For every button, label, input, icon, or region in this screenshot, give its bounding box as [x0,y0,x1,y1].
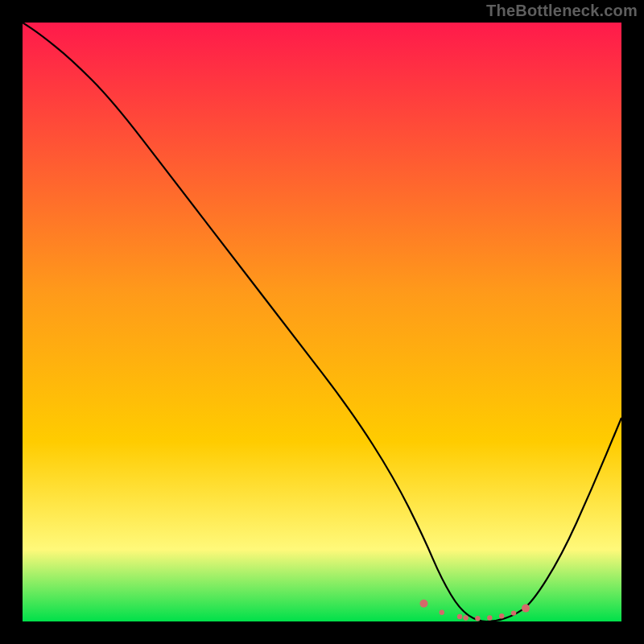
plot-background [23,23,621,621]
optimal-dot [499,613,504,618]
optimal-dot [457,614,462,619]
optimal-dot [463,615,468,620]
watermark-text: TheBottleneck.com [486,2,638,20]
optimal-dot [487,615,492,620]
chart-stage: TheBottleneck.com [0,0,644,644]
optimal-dot [511,610,516,615]
optimal-dot [522,605,530,613]
optimal-dot [440,610,444,615]
optimal-dot [475,616,480,621]
chart-svg [0,0,644,644]
optimal-dot [420,600,428,608]
